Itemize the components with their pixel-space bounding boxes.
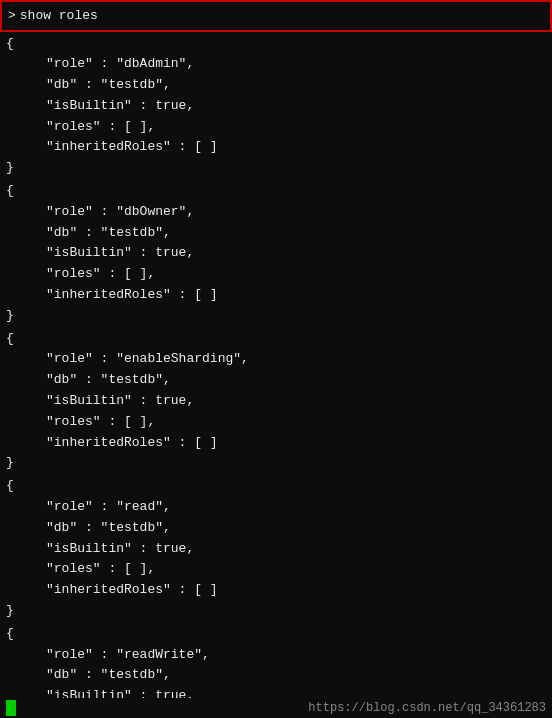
field-line: "isBuiltin" : true, [6, 539, 546, 560]
field-line: "inheritedRoles" : [ ] [6, 285, 546, 306]
terminal: > show roles {"role" : "dbAdmin","db" : … [0, 0, 552, 718]
open-brace: { [6, 329, 546, 350]
command-line: > show roles [0, 0, 552, 32]
close-brace: } [6, 453, 546, 474]
field-line: "isBuiltin" : true, [6, 391, 546, 412]
watermark: https://blog.csdn.net/qq_34361283 [308, 701, 546, 715]
field-line: "inheritedRoles" : [ ] [6, 137, 546, 158]
record-block: {"role" : "enableSharding","db" : "testd… [6, 329, 546, 475]
field-line: "role" : "dbOwner", [6, 202, 546, 223]
cursor [6, 700, 16, 716]
open-brace: { [6, 34, 546, 55]
field-line: "roles" : [ ], [6, 559, 546, 580]
field-line: "role" : "read", [6, 497, 546, 518]
field-line: "db" : "testdb", [6, 370, 546, 391]
open-brace: { [6, 624, 546, 645]
field-line: "isBuiltin" : true, [6, 243, 546, 264]
field-line: "inheritedRoles" : [ ] [6, 433, 546, 454]
bottom-bar: https://blog.csdn.net/qq_34361283 [0, 698, 552, 718]
prompt: > [8, 6, 16, 26]
field-line: "db" : "testdb", [6, 518, 546, 539]
field-line: "roles" : [ ], [6, 412, 546, 433]
field-line: "roles" : [ ], [6, 117, 546, 138]
field-line: "isBuiltin" : true, [6, 96, 546, 117]
record-block: {"role" : "dbOwner","db" : "testdb","isB… [6, 181, 546, 327]
close-brace: } [6, 601, 546, 622]
field-line: "inheritedRoles" : [ ] [6, 580, 546, 601]
close-brace: } [6, 306, 546, 327]
field-line: "db" : "testdb", [6, 223, 546, 244]
open-brace: { [6, 181, 546, 202]
field-line: "role" : "readWrite", [6, 645, 546, 666]
record-block: {"role" : "dbAdmin","db" : "testdb","isB… [6, 34, 546, 180]
record-block: {"role" : "read","db" : "testdb","isBuil… [6, 476, 546, 622]
field-line: "role" : "dbAdmin", [6, 54, 546, 75]
field-line: "roles" : [ ], [6, 264, 546, 285]
open-brace: { [6, 476, 546, 497]
field-line: "db" : "testdb", [6, 75, 546, 96]
output-area: {"role" : "dbAdmin","db" : "testdb","isB… [0, 32, 552, 719]
field-line: "db" : "testdb", [6, 665, 546, 686]
close-brace: } [6, 158, 546, 179]
field-line: "role" : "enableSharding", [6, 349, 546, 370]
command-text: show roles [20, 6, 98, 26]
